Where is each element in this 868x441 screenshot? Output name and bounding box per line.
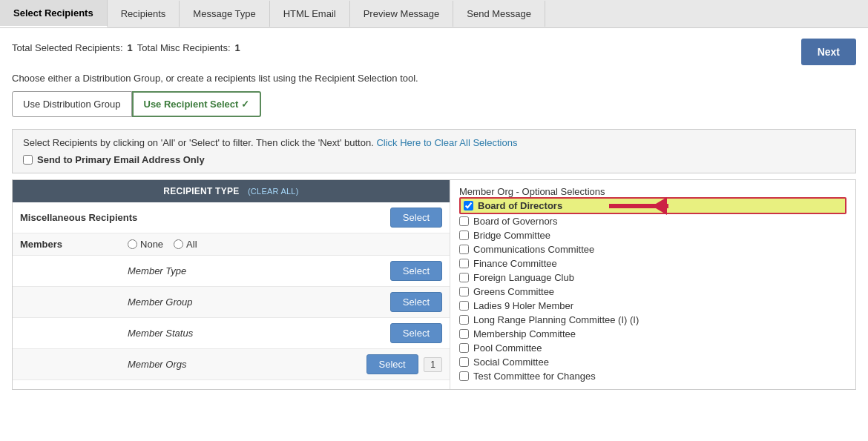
misc-select-cell: Select	[279, 202, 450, 233]
instruction-text: Choose either a Distribution Group, or c…	[12, 73, 856, 84]
member-type-select-button[interactable]: Select	[390, 261, 442, 281]
member-group-select-button[interactable]: Select	[390, 292, 442, 312]
list-item: Board of Governors	[459, 214, 846, 228]
use-distribution-group-button[interactable]: Use Distribution Group	[12, 91, 132, 117]
tab-message-type[interactable]: Message Type	[180, 1, 269, 27]
primary-email-checkbox[interactable]	[23, 155, 33, 165]
list-item: Communications Committee	[459, 242, 846, 256]
org-list: Board of Directors Board of Governors	[459, 197, 846, 383]
org-checkbox-ladies-9-holer[interactable]	[459, 301, 469, 311]
org-checkbox-greens-committee[interactable]	[459, 287, 469, 296]
recipient-type-table: RECIPIENT TYPE (CLEAR ALL) Miscellaneous…	[13, 180, 450, 380]
org-checkbox-pool-committee[interactable]	[459, 343, 469, 353]
page-wrapper: Select Recipients Recipients Message Typ…	[0, 0, 868, 441]
org-checkbox-foreign-language-club[interactable]	[459, 273, 469, 282]
table-row: Miscellaneous Recipients Select	[13, 202, 450, 233]
org-name: Test Committee for Changes	[473, 371, 596, 382]
clear-all-link[interactable]: (CLEAR ALL)	[248, 187, 299, 196]
list-item: Pool Committee	[459, 341, 846, 355]
member-status-select-button[interactable]: Select	[390, 323, 442, 343]
misc-recipients-label: Miscellaneous Recipients	[13, 202, 279, 233]
member-type-select-cell: Select	[279, 256, 450, 287]
sidebar-title: Member Org - Optional Selections	[459, 186, 846, 197]
members-all-radio-label[interactable]: All	[174, 239, 197, 250]
org-checkbox-board-of-governors[interactable]	[459, 216, 469, 226]
selection-panel: Select Recipients by clicking on 'All' o…	[12, 129, 856, 173]
list-item: Social Committee	[459, 355, 846, 369]
org-name: Ladies 9 Holer Member	[473, 300, 573, 311]
org-checkbox-bridge-committee[interactable]	[459, 231, 469, 240]
list-item: Greens Committee	[459, 285, 846, 299]
tab-select-recipients[interactable]: Select Recipients	[0, 0, 108, 27]
total-selected-label: Total Selected Recipients:	[12, 42, 123, 53]
org-checkbox-board-of-directors[interactable]	[464, 201, 473, 210]
org-name: Pool Committee	[473, 342, 542, 354]
table-row: Member Orgs Select 1	[13, 349, 450, 380]
org-name-board-of-directors: Board of Directors	[478, 200, 562, 211]
member-type-label: Member Type	[120, 256, 279, 287]
member-orgs-count-badge: 1	[424, 357, 442, 372]
list-item: Test Committee for Changes	[459, 369, 846, 383]
tab-preview-message[interactable]: Preview Message	[350, 1, 454, 27]
tab-send-message[interactable]: Send Message	[453, 1, 545, 27]
list-item: Foreign Language Club	[459, 271, 846, 285]
sidebar-section: Member Org - Optional Selections Board o…	[450, 180, 855, 389]
use-recipient-select-button[interactable]: Use Recipient Select ✓	[132, 91, 262, 117]
primary-email-label: Send to Primary Email Address Only	[37, 154, 205, 165]
org-checkbox-social-committee[interactable]	[459, 357, 469, 367]
clear-all-selections-link[interactable]: Click Here to Clear All Selections	[376, 137, 517, 148]
member-orgs-label: Member Orgs	[120, 349, 279, 380]
left-table-section: RECIPIENT TYPE (CLEAR ALL) Miscellaneous…	[13, 180, 450, 389]
table-row: Member Status Select	[13, 318, 450, 349]
red-arrow-icon	[609, 197, 682, 215]
next-button[interactable]: Next	[801, 39, 856, 65]
table-row: Members None All	[13, 233, 450, 256]
org-checkbox-test-committee[interactable]	[459, 371, 469, 381]
org-name: Membership Committee	[473, 328, 576, 339]
org-name: Bridge Committee	[473, 230, 550, 241]
table-row: Member Group Select	[13, 287, 450, 318]
tab-bar: Select Recipients Recipients Message Typ…	[0, 0, 868, 28]
org-checkbox-long-range[interactable]	[459, 315, 469, 325]
members-empty-cell	[279, 233, 450, 256]
stats-row: Total Selected Recipients: 1 Total Misc …	[12, 42, 240, 53]
list-item: Membership Committee	[459, 327, 846, 341]
table-header-recipient-type: RECIPIENT TYPE (CLEAR ALL)	[13, 180, 450, 202]
org-name: Finance Committee	[473, 258, 557, 269]
primary-email-row: Send to Primary Email Address Only	[23, 154, 845, 165]
members-radio-cell: None All	[120, 233, 279, 256]
table-row: Member Type Select	[13, 256, 450, 287]
total-misc-value: 1	[235, 42, 240, 53]
members-none-radio[interactable]	[128, 239, 137, 249]
member-group-label: Member Group	[120, 287, 279, 318]
list-item: Board of Directors	[459, 197, 846, 214]
total-selected-value: 1	[128, 42, 133, 53]
members-all-radio[interactable]	[174, 239, 183, 249]
org-name: Board of Governors	[473, 216, 557, 227]
member-group-empty	[13, 287, 120, 318]
member-status-select-cell: Select	[279, 318, 450, 349]
member-orgs-select-button[interactable]: Select	[366, 354, 418, 374]
misc-select-button[interactable]: Select	[390, 208, 442, 228]
panel-instruction: Select Recipients by clicking on 'All' o…	[23, 137, 845, 148]
member-status-empty	[13, 318, 120, 349]
member-status-label: Member Status	[120, 318, 279, 349]
org-checkbox-communications-committee[interactable]	[459, 245, 469, 254]
main-table-container: RECIPIENT TYPE (CLEAR ALL) Miscellaneous…	[12, 179, 856, 390]
tab-recipients[interactable]: Recipients	[108, 1, 180, 27]
member-type-empty	[13, 256, 120, 287]
content-area: Total Selected Recipients: 1 Total Misc …	[0, 28, 868, 441]
org-name: Foreign Language Club	[473, 272, 574, 283]
org-checkbox-membership-committee[interactable]	[459, 329, 469, 339]
members-none-radio-label[interactable]: None	[128, 239, 163, 250]
tab-html-email[interactable]: HTML Email	[270, 1, 350, 27]
org-checkbox-finance-committee[interactable]	[459, 259, 469, 268]
sidebar-subtitle: - Optional Selections	[516, 186, 605, 197]
member-group-select-cell: Select	[279, 287, 450, 318]
distribution-group-buttons: Use Distribution Group Use Recipient Sel…	[12, 91, 856, 117]
stats-and-next-row: Total Selected Recipients: 1 Total Misc …	[12, 39, 856, 65]
org-name: Communications Committee	[473, 244, 594, 255]
list-item: Finance Committee	[459, 256, 846, 271]
org-name: Social Committee	[473, 357, 549, 368]
org-name: Long Range Planning Committee (I) (I)	[473, 314, 639, 325]
